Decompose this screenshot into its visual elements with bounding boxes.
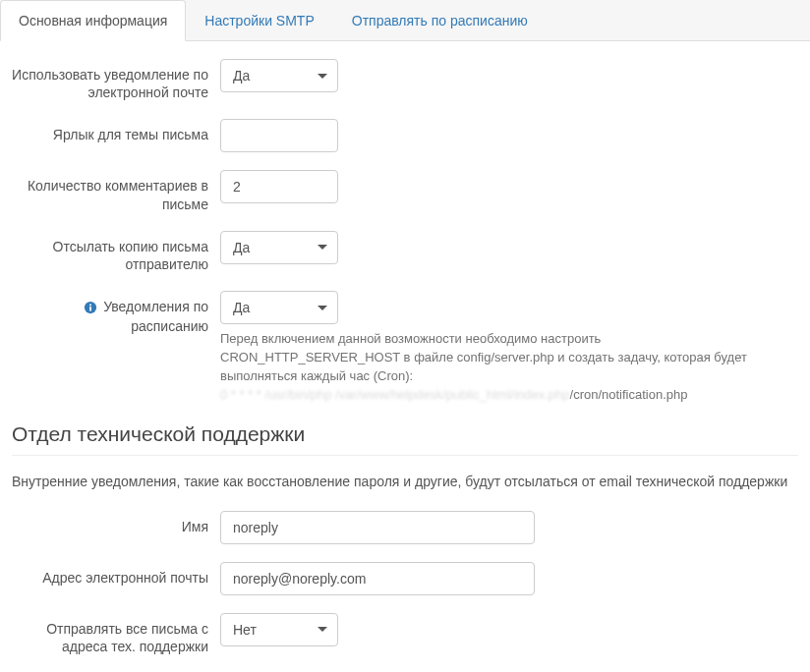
- help-scheduled-notifications: Перед включением данной возможности необ…: [220, 330, 798, 404]
- help-text-line1: Перед включением данной возможности необ…: [220, 331, 747, 383]
- tab-bar: Основная информация Настройки SMTP Отпра…: [0, 0, 810, 41]
- help-text-blurred: 0 * * * * /usr/bin/php /var/www/helpdesk…: [220, 387, 570, 402]
- select-scheduled-notifications[interactable]: Да: [220, 291, 338, 324]
- label-send-all-from-support: Отправлять все письма с адреса тех. подд…: [12, 613, 220, 655]
- row-support-name: Имя: [12, 511, 798, 544]
- support-section-desc: Внутренние уведомления, такие как восста…: [12, 474, 798, 489]
- select-send-copy[interactable]: Да: [220, 231, 338, 264]
- label-support-email: Адрес электронной почты: [12, 562, 220, 587]
- svg-rect-2: [89, 305, 91, 307]
- support-section-heading: Отдел технической поддержки: [12, 422, 798, 456]
- label-support-name: Имя: [12, 511, 220, 535]
- form-container: Использовать уведомление по электронной …: [0, 41, 810, 655]
- label-send-copy: Отсылать копию письма отправителю: [12, 231, 220, 273]
- tab-schedule[interactable]: Отправлять по расписанию: [333, 0, 547, 41]
- row-send-copy: Отсылать копию письма отправителю Да: [12, 231, 798, 273]
- input-subject-label[interactable]: [220, 119, 338, 152]
- row-send-all-from-support: Отправлять все письма с адреса тех. подд…: [12, 613, 798, 655]
- select-use-email-notification[interactable]: Да: [220, 59, 338, 92]
- row-support-email: Адрес электронной почты: [12, 562, 798, 595]
- svg-rect-1: [89, 307, 91, 310]
- help-text-suffix: /cron/notification.php: [570, 387, 688, 402]
- label-comments-per-email: Количество комментариев в письме: [12, 170, 220, 212]
- label-scheduled-notifications-text: Уведомления по расписанию: [103, 299, 208, 333]
- row-subject-label: Ярлык для темы письма: [12, 119, 798, 152]
- label-scheduled-notifications: Уведомления по расписанию: [12, 291, 220, 335]
- row-comments-per-email: Количество комментариев в письме: [12, 170, 798, 212]
- input-comments-per-email[interactable]: [220, 170, 338, 203]
- label-use-email-notification: Использовать уведомление по электронной …: [12, 59, 220, 101]
- tab-smtp[interactable]: Настройки SMTP: [186, 0, 332, 41]
- tab-main[interactable]: Основная информация: [0, 0, 186, 41]
- input-support-name[interactable]: [220, 511, 535, 544]
- input-support-email[interactable]: [220, 562, 535, 595]
- row-scheduled-notifications: Уведомления по расписанию Да Перед включ…: [12, 291, 798, 404]
- select-send-all-from-support[interactable]: Нет: [220, 613, 338, 646]
- label-subject-label: Ярлык для темы письма: [12, 119, 220, 143]
- info-icon: [84, 299, 97, 316]
- row-use-email-notification: Использовать уведомление по электронной …: [12, 59, 798, 101]
